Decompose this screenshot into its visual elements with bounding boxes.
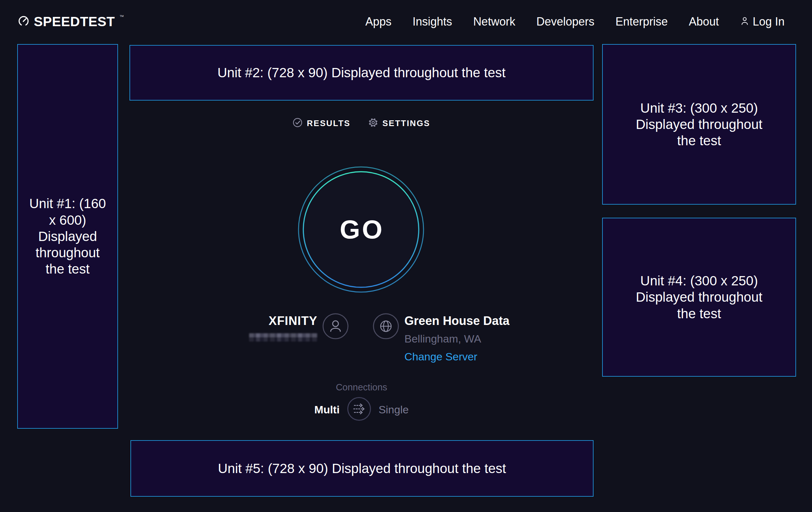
ad-unit-1-label: Unit #1: (160 x 600) Displayed throughou… — [26, 195, 109, 277]
ad-unit-2: Unit #2: (728 x 90) Displayed throughout… — [129, 45, 593, 101]
tab-settings[interactable]: SETTINGS — [368, 118, 430, 129]
connection-info: XFINITY Green House Data Bellingham, WA … — [129, 306, 593, 380]
ad-unit-4: Unit #4: (300 x 250) Displayed throughou… — [602, 218, 796, 377]
view-tabs: RESULTS SETTINGS — [129, 115, 593, 131]
top-nav: SPEEDTEST ™ Apps Insights Network Develo… — [0, 0, 812, 44]
check-circle-icon — [293, 118, 302, 129]
nav-item-about[interactable]: About — [689, 15, 719, 28]
ad-unit-3-label: Unit #3: (300 x 250) Displayed throughou… — [628, 100, 770, 149]
gear-icon — [368, 118, 378, 129]
login-label: Log In — [753, 15, 785, 28]
server-location: Bellingham, WA — [404, 332, 509, 345]
nav-item-network[interactable]: Network — [473, 15, 515, 28]
connections-multi-option[interactable]: Multi — [315, 403, 340, 416]
tab-results[interactable]: RESULTS — [293, 118, 350, 129]
server-block: Green House Data Bellingham, WA Change S… — [404, 314, 509, 363]
nav-item-enterprise[interactable]: Enterprise — [615, 15, 668, 28]
nav-item-developers[interactable]: Developers — [536, 15, 594, 28]
ad-unit-3: Unit #3: (300 x 250) Displayed throughou… — [602, 44, 796, 205]
tab-results-label: RESULTS — [307, 118, 350, 128]
speedtest-logo[interactable]: SPEEDTEST ™ — [17, 14, 123, 29]
multi-connections-icon[interactable] — [347, 397, 371, 422]
ad-unit-4-label: Unit #4: (300 x 250) Displayed throughou… — [628, 273, 770, 322]
change-server-link[interactable]: Change Server — [404, 350, 509, 363]
nav-item-apps[interactable]: Apps — [365, 15, 391, 28]
speedtest-gauge-icon — [17, 15, 30, 29]
connections-label: Connections — [129, 381, 593, 393]
nav-item-insights[interactable]: Insights — [413, 15, 452, 28]
go-button[interactable]: GO — [294, 162, 428, 297]
isp-name: XFINITY — [249, 314, 317, 328]
ad-unit-5-label: Unit #5: (728 x 90) Displayed throughout… — [218, 460, 506, 477]
isp-block: XFINITY — [249, 314, 317, 342]
isp-user-icon — [322, 313, 349, 341]
ad-unit-1: Unit #1: (160 x 600) Displayed throughou… — [17, 44, 118, 429]
connections-toggle: Multi Single — [129, 398, 593, 421]
ad-unit-5: Unit #5: (728 x 90) Displayed throughout… — [130, 440, 593, 497]
ad-unit-2-label: Unit #2: (728 x 90) Displayed throughout… — [218, 64, 506, 81]
connections-single-option[interactable]: Single — [379, 403, 409, 416]
nav-links: Apps Insights Network Developers Enterpr… — [365, 15, 785, 28]
server-globe-icon — [373, 313, 399, 341]
logo-trademark: ™ — [119, 14, 124, 19]
login-button[interactable]: Log In — [740, 15, 785, 28]
logo-wordmark: SPEEDTEST — [34, 14, 115, 29]
go-button-label: GO — [294, 162, 428, 297]
user-icon — [740, 15, 750, 28]
server-name: Green House Data — [404, 314, 509, 328]
tab-settings-label: SETTINGS — [382, 118, 430, 128]
ip-address-redacted — [249, 333, 317, 342]
